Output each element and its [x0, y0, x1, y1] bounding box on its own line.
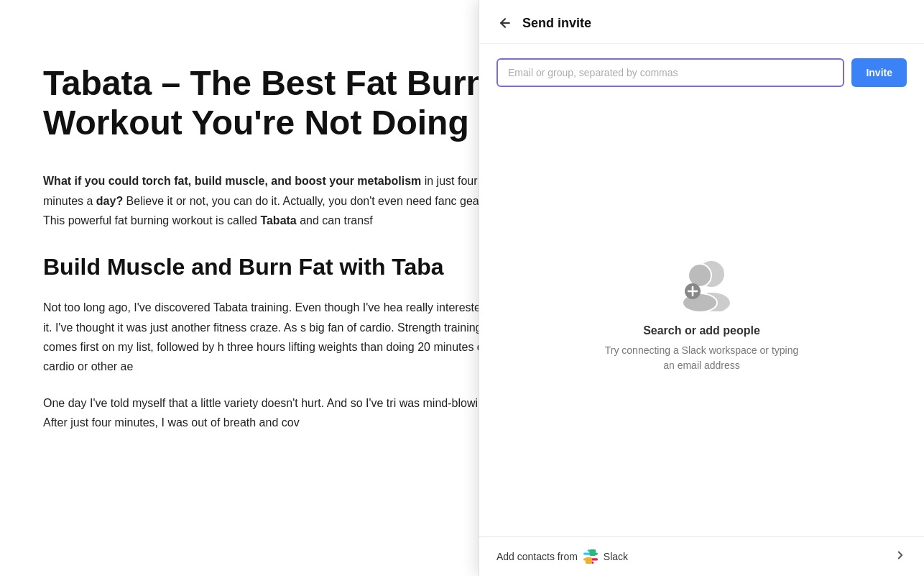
invite-button[interactable]: Invite [851, 58, 907, 87]
panel-title: Send invite [522, 16, 591, 31]
panel-header: Send invite [479, 0, 924, 44]
empty-state-title: Search or add people [643, 324, 760, 337]
empty-state-description: Try connecting a Slack workspace or typi… [601, 343, 803, 373]
document-body: What if you could torch fat, build muscl… [43, 171, 503, 432]
slack-footer[interactable]: Add contacts from Slack [479, 536, 924, 576]
slack-logo-icon [583, 549, 598, 564]
share-panel: Send invite Invite Search or add people [479, 0, 924, 576]
chevron-right-icon [894, 549, 907, 564]
add-people-icon [670, 254, 734, 311]
section-heading-tabata: Build Muscle and Burn Fat with Taba [43, 247, 503, 286]
empty-state: Search or add people Try connecting a Sl… [496, 104, 907, 522]
slack-label: Slack [604, 551, 628, 562]
email-input[interactable] [496, 58, 844, 87]
paragraph-2: Not too long ago, I've discovered Tabata… [43, 298, 503, 376]
back-button[interactable] [496, 14, 514, 32]
panel-body: Invite Search or add people Try connecti… [479, 44, 924, 536]
paragraph-1: What if you could torch fat, build muscl… [43, 171, 503, 230]
add-contacts-prefix: Add contacts from [496, 551, 578, 562]
document-title: Tabata – The Best Fat BurnWorkout You're… [43, 63, 503, 142]
slack-footer-content: Add contacts from Slack [496, 549, 628, 564]
invite-row: Invite [496, 58, 907, 87]
paragraph-3: One day I've told myself that a little v… [43, 393, 503, 432]
